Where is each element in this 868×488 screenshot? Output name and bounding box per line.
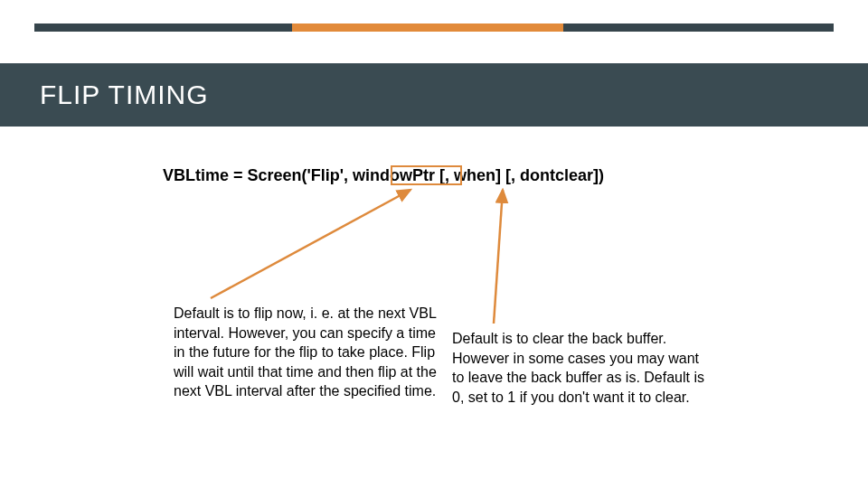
decorative-top-stripe (34, 23, 834, 32)
code-signature: VBLtime = Screen('Flip', windowPtr [, wh… (163, 166, 604, 185)
stripe-segment-orange (292, 23, 563, 32)
highlight-box-when (391, 165, 462, 185)
arrow-to-dontclear (494, 190, 503, 324)
slide: FLIP TIMING VBLtime = Screen('Flip', win… (0, 0, 868, 488)
title-band: FLIP TIMING (0, 63, 868, 127)
explanation-when: Default is to flip now, i. e. at the nex… (174, 304, 445, 401)
explanation-dontclear: Default is to clear the back buffer. How… (452, 329, 714, 407)
page-title: FLIP TIMING (40, 80, 209, 110)
arrow-to-when (211, 190, 410, 298)
stripe-segment-dark-left (34, 23, 292, 32)
stripe-segment-dark-right (563, 23, 834, 32)
